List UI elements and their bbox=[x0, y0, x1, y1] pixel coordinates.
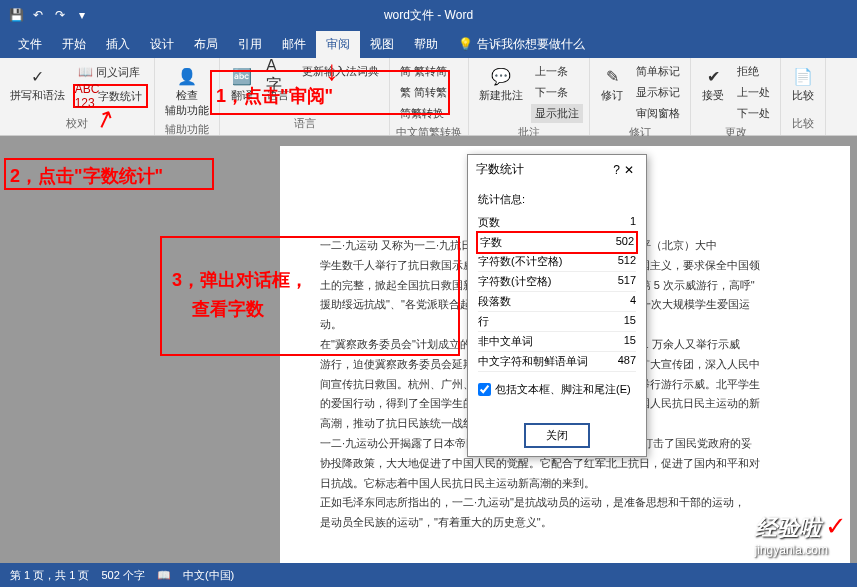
annotation-1: 1，点击"审阅" bbox=[210, 70, 450, 115]
stat-row: 非中文单词15 bbox=[478, 332, 636, 352]
nextcomment-button[interactable]: 下一条 bbox=[531, 83, 583, 102]
checkbox-input[interactable] bbox=[478, 383, 491, 396]
annotation-3a: 3，弹出对话框， bbox=[172, 268, 468, 292]
prev-change-label: 上一处 bbox=[737, 85, 770, 100]
prev-change[interactable]: 上一处 bbox=[733, 83, 774, 102]
checkmark-icon: ✓ bbox=[825, 511, 847, 541]
tell-me-label: 告诉我你想要做什么 bbox=[477, 36, 585, 53]
doc-line: 是动员全民族的运动"，"有着重大的历史意义"。 bbox=[320, 513, 810, 533]
showcomments-button[interactable]: 显示批注 bbox=[531, 104, 583, 123]
qat-dropdown-icon[interactable]: ▾ bbox=[74, 7, 90, 23]
dialog-body: 统计信息: 页数1 字数502 字符数(不计空格)512 字符数(计空格)517… bbox=[468, 184, 646, 415]
compare-icon: 📄 bbox=[791, 64, 815, 88]
reject-label: 拒绝 bbox=[737, 64, 759, 79]
include-checkbox[interactable]: 包括文本框、脚注和尾注(E) bbox=[478, 382, 636, 397]
next-change[interactable]: 下一处 bbox=[733, 104, 774, 123]
compare-label: 比较 bbox=[792, 88, 814, 103]
spelling-button[interactable]: ✓ 拼写和语法 bbox=[6, 62, 69, 105]
menu-home[interactable]: 开始 bbox=[52, 31, 96, 58]
group-changes: ✔ 接受 拒绝 上一处 下一处 更改 bbox=[691, 58, 781, 135]
window-title: word文件 - Word bbox=[384, 7, 473, 24]
person-icon: 👤 bbox=[175, 64, 199, 88]
stat-row: 字符数(不计空格)512 bbox=[478, 252, 636, 272]
undo-icon[interactable]: ↶ bbox=[30, 7, 46, 23]
prevcomment-button[interactable]: 上一条 bbox=[531, 62, 583, 81]
stat-row-wordcount: 字数502 bbox=[476, 231, 638, 254]
close-icon[interactable]: ✕ bbox=[620, 163, 638, 177]
newcomment-button[interactable]: 💬 新建批注 bbox=[475, 62, 527, 105]
annotation-2: 2，点击"字数统计" bbox=[4, 158, 214, 190]
watermark-url: jingyanla.com bbox=[755, 543, 847, 557]
menubar: 文件 开始 插入 设计 布局 引用 邮件 审阅 视图 帮助 💡 告诉我你想要做什… bbox=[0, 30, 857, 58]
quick-access: 💾 ↶ ↷ ▾ bbox=[8, 7, 90, 23]
accessibility-button[interactable]: 👤 检查 辅助功能 bbox=[161, 62, 213, 120]
review-pane-label: 审阅窗格 bbox=[636, 106, 680, 121]
redo-icon[interactable]: ↷ bbox=[52, 7, 68, 23]
markup-mode-label: 简单标记 bbox=[636, 64, 680, 79]
track-button[interactable]: ✎ 修订 bbox=[596, 62, 628, 105]
watermark-text: 经验啦 bbox=[755, 515, 821, 540]
menu-references[interactable]: 引用 bbox=[228, 31, 272, 58]
reject-button[interactable]: 拒绝 bbox=[733, 62, 774, 81]
markup-mode[interactable]: 简单标记 bbox=[632, 62, 684, 81]
accessibility-label2: 辅助功能 bbox=[165, 103, 209, 118]
track-label: 修订 bbox=[601, 88, 623, 103]
menu-mailings[interactable]: 邮件 bbox=[272, 31, 316, 58]
doc-line: 正如毛泽东同志所指出的，一二·九运动"是抗战动员的运动，是准备思想和干部的运动， bbox=[320, 493, 810, 513]
stat-row: 行15 bbox=[478, 312, 636, 332]
nextcomment-label: 下一条 bbox=[535, 85, 568, 100]
stat-row: 中文字符和朝鲜语单词487 bbox=[478, 352, 636, 372]
dialog-title: 字数统计 bbox=[476, 161, 613, 178]
book-icon: 📖 bbox=[77, 64, 93, 80]
stat-row: 字符数(计空格)517 bbox=[478, 272, 636, 292]
bulb-icon: 💡 bbox=[458, 37, 473, 51]
book-icon: 📖 bbox=[157, 569, 171, 582]
group-compare-label: 比较 bbox=[787, 114, 819, 131]
accept-icon: ✔ bbox=[701, 64, 725, 88]
status-words[interactable]: 502 个字 bbox=[101, 568, 144, 583]
thesaurus-button[interactable]: 📖 同义词库 bbox=[73, 62, 148, 82]
dialog-help[interactable]: ? bbox=[613, 163, 620, 177]
next-change-label: 下一处 bbox=[737, 106, 770, 121]
menu-insert[interactable]: 插入 bbox=[96, 31, 140, 58]
menu-review[interactable]: 审阅 bbox=[316, 31, 360, 58]
menu-view[interactable]: 视图 bbox=[360, 31, 404, 58]
dialog-subtitle: 统计信息: bbox=[478, 192, 636, 207]
show-markup-label: 显示标记 bbox=[636, 85, 680, 100]
showcomments-label: 显示批注 bbox=[535, 106, 579, 121]
menu-file[interactable]: 文件 bbox=[8, 31, 52, 58]
accept-button[interactable]: ✔ 接受 bbox=[697, 62, 729, 105]
review-pane[interactable]: 审阅窗格 bbox=[632, 104, 684, 123]
group-tracking: ✎ 修订 简单标记 显示标记 审阅窗格 修订 bbox=[590, 58, 691, 135]
newcomment-label: 新建批注 bbox=[479, 88, 523, 103]
pencil-icon: ✎ bbox=[600, 64, 624, 88]
statusbar: 第 1 页，共 1 页 502 个字 📖 中文(中国) bbox=[0, 563, 857, 587]
dialog-footer: 关闭 bbox=[468, 415, 646, 456]
status-page[interactable]: 第 1 页，共 1 页 bbox=[10, 568, 89, 583]
group-accessibility-label: 辅助功能 bbox=[161, 120, 213, 137]
group-proofing-label: 校对 bbox=[6, 114, 148, 131]
thesaurus-label: 同义词库 bbox=[96, 65, 140, 80]
comment-icon: 💬 bbox=[489, 64, 513, 88]
menu-help[interactable]: 帮助 bbox=[404, 31, 448, 58]
close-button[interactable]: 关闭 bbox=[524, 423, 590, 448]
accessibility-label1: 检查 bbox=[176, 88, 198, 103]
check-icon: ✓ bbox=[26, 64, 50, 88]
checkbox-label: 包括文本框、脚注和尾注(E) bbox=[495, 382, 631, 397]
menu-design[interactable]: 设计 bbox=[140, 31, 184, 58]
dialog-header[interactable]: 字数统计 ? ✕ bbox=[468, 155, 646, 184]
tell-me[interactable]: 💡 告诉我你想要做什么 bbox=[458, 36, 585, 53]
annotation-3-box: 3，弹出对话框， 查看字数 bbox=[160, 236, 460, 356]
menu-layout[interactable]: 布局 bbox=[184, 31, 228, 58]
annotation-3b: 查看字数 bbox=[192, 297, 488, 321]
doc-line: 日抗战。它标志着中国人民抗日民主运动新高潮的来到。 bbox=[320, 474, 810, 494]
wordcount-label: 字数统计 bbox=[98, 89, 142, 104]
save-icon[interactable]: 💾 bbox=[8, 7, 24, 23]
group-language-label: 语言 bbox=[226, 114, 383, 131]
status-lang[interactable]: 中文(中国) bbox=[183, 568, 234, 583]
stat-row: 段落数4 bbox=[478, 292, 636, 312]
show-markup[interactable]: 显示标记 bbox=[632, 83, 684, 102]
count-icon: ABC123 bbox=[79, 88, 95, 104]
compare-button[interactable]: 📄 比较 bbox=[787, 62, 819, 105]
accept-label: 接受 bbox=[702, 88, 724, 103]
